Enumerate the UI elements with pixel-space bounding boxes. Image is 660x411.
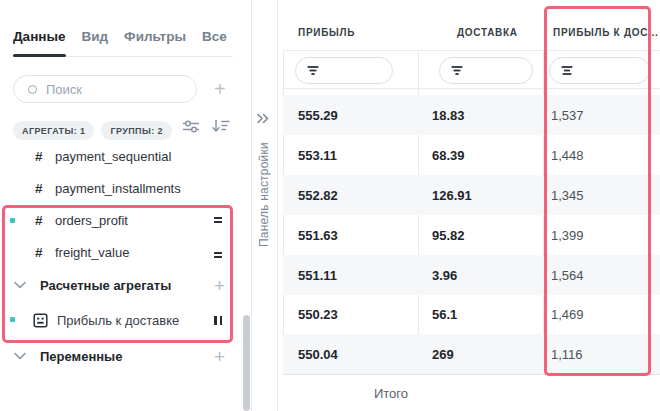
- aggregates-badge[interactable]: АГРЕГАТЫ: 1: [13, 121, 94, 140]
- cell-profit-to-delivery: 1,345: [543, 188, 660, 203]
- search-icon: [28, 85, 37, 94]
- used-field-indicator: [10, 218, 15, 223]
- filter-lines-icon: [307, 65, 319, 76]
- field-filter-badges: АГРЕГАТЫ: 1 ГРУППЫ: 2: [13, 121, 172, 140]
- column-filter-input-profit[interactable]: [295, 57, 393, 84]
- cell-delivery: 56.1: [418, 307, 543, 322]
- section-label: Переменные: [40, 349, 122, 364]
- cell-profit-to-delivery: 1,116: [543, 347, 660, 362]
- column-filter-input-delivery[interactable]: [439, 57, 533, 84]
- section-variables[interactable]: Переменные +: [0, 340, 251, 372]
- cell-profit-to-delivery: 1,448: [543, 148, 660, 163]
- aggregation-equals-icon[interactable]: [214, 250, 222, 260]
- filter-lines-icon: [451, 65, 463, 76]
- table-row: 550.04 269 1,116: [283, 334, 660, 374]
- cell-delivery: 3.96: [418, 268, 543, 283]
- field-name: Прибыль к доставке: [57, 313, 179, 328]
- cell-profit-to-delivery: 1,399: [543, 228, 660, 243]
- table-filter-divider: [283, 88, 660, 89]
- chevron-down-icon: [14, 352, 26, 360]
- column-header-profit[interactable]: ПРИБЫЛЬ: [298, 27, 355, 38]
- field-row-profit-to-delivery[interactable]: Прибыль к доставке: [0, 304, 251, 336]
- sort-fields-icon[interactable]: [211, 118, 230, 134]
- table-row: 555.29 18.83 1,537: [283, 95, 660, 135]
- groups-badge[interactable]: ГРУППЫ: 2: [101, 121, 171, 140]
- cell-delivery: 126.91: [418, 188, 543, 203]
- sidebar-scrollbar[interactable]: [243, 315, 250, 411]
- table-row: 552.82 126.91 1,345: [283, 175, 660, 215]
- cell-profit-to-delivery: 1,537: [543, 108, 660, 123]
- field-row-payment-sequential[interactable]: # payment_sequential: [0, 140, 251, 172]
- number-type-icon: #: [35, 245, 43, 260]
- results-table: ПРИБЫЛЬ ДОСТАВКА ПРИБЫЛЬ К ДОС... 555.29…: [277, 0, 660, 411]
- table-header-divider: [283, 50, 660, 51]
- number-type-icon: #: [35, 213, 43, 228]
- section-calculated-aggregates[interactable]: Расчетные агрегаты +: [0, 269, 251, 301]
- table-row: 553.11 68.39 1,448: [283, 135, 660, 175]
- table-row: 551.11 3.96 1,564: [283, 255, 660, 295]
- active-tab-underline: [13, 54, 66, 57]
- search-placeholder: Поиск: [46, 82, 82, 97]
- total-label: Итого: [283, 386, 418, 401]
- field-row-orders-profit[interactable]: # orders_profit: [0, 204, 251, 236]
- tab-all[interactable]: Все: [202, 29, 227, 44]
- tab-filters[interactable]: Фильтры: [124, 29, 186, 44]
- aggregation-equals-icon[interactable]: [214, 215, 222, 225]
- field-name: freight_value: [55, 245, 129, 260]
- cell-profit: 555.29: [283, 108, 418, 123]
- column-filter-input-profit-to-delivery[interactable]: [549, 57, 650, 84]
- add-field-button[interactable]: +: [214, 79, 226, 99]
- cell-delivery: 95.82: [418, 228, 543, 243]
- used-field-indicator: [10, 317, 15, 322]
- datalens-app-window: Данные Вид Фильтры Все Поиск + АГРЕГАТЫ:…: [0, 0, 660, 411]
- field-name: payment_installments: [55, 181, 181, 196]
- cell-delivery: 18.83: [418, 108, 543, 123]
- field-row-freight-value[interactable]: # freight_value: [0, 236, 251, 268]
- cell-profit: 550.23: [283, 307, 418, 322]
- field-name: payment_sequential: [55, 149, 171, 164]
- table-total-row: Итого: [283, 374, 660, 411]
- number-type-icon: #: [35, 181, 43, 196]
- pause-aggregation-icon[interactable]: [214, 316, 222, 325]
- field-row-payment-installments[interactable]: # payment_installments: [0, 172, 251, 204]
- sidebar-tabs: Данные Вид Фильтры Все: [13, 29, 227, 44]
- cell-profit: 550.04: [283, 347, 418, 362]
- settings-panel-label[interactable]: Панель настройки: [251, 130, 277, 260]
- add-aggregate-button[interactable]: +: [214, 276, 225, 295]
- field-name: orders_profit: [55, 213, 128, 228]
- cell-profit: 551.11: [283, 268, 418, 283]
- cell-delivery: 68.39: [418, 148, 543, 163]
- cell-delivery: 269: [418, 347, 543, 362]
- search-input[interactable]: Поиск: [13, 75, 197, 103]
- column-header-delivery[interactable]: ДОСТАВКА: [457, 27, 518, 38]
- cell-profit: 551.63: [283, 228, 418, 243]
- cell-profit: 552.82: [283, 188, 418, 203]
- number-type-icon: #: [35, 149, 43, 164]
- column-header-profit-to-delivery[interactable]: ПРИБЫЛЬ К ДОС...: [553, 27, 659, 38]
- chevron-down-icon: [14, 281, 26, 289]
- expand-panel-chevron-icon[interactable]: [256, 112, 270, 125]
- table-row: 551.63 95.82 1,399: [283, 215, 660, 255]
- add-variable-button[interactable]: +: [214, 347, 225, 366]
- field-settings-icon[interactable]: [182, 119, 200, 134]
- cell-profit-to-delivery: 1,564: [543, 268, 660, 283]
- cell-profit: 553.11: [283, 148, 418, 163]
- table-row: 550.23 56.1 1,469: [283, 295, 660, 334]
- calculator-icon: [33, 313, 48, 328]
- filter-xi-icon: [561, 65, 573, 76]
- tab-view[interactable]: Вид: [81, 29, 108, 44]
- tab-data[interactable]: Данные: [13, 29, 65, 44]
- section-label: Расчетные агрегаты: [40, 278, 171, 293]
- cell-profit-to-delivery: 1,469: [543, 307, 660, 322]
